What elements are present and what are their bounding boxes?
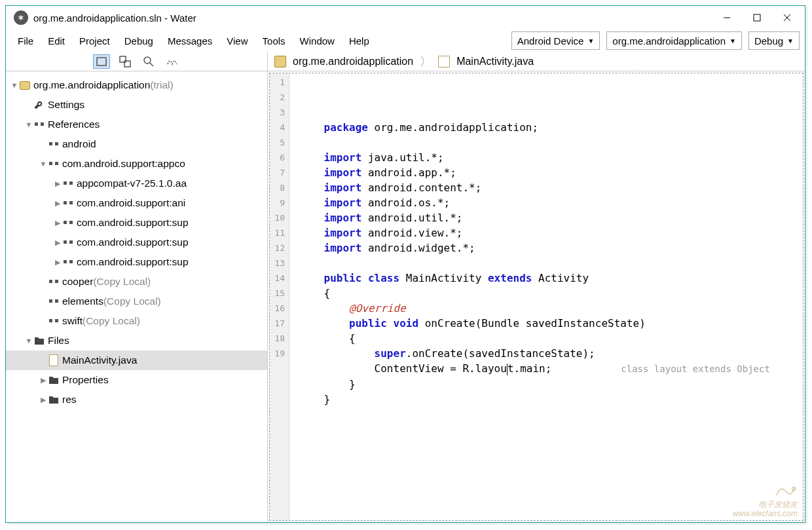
menu-project[interactable]: Project bbox=[73, 33, 117, 49]
layout-button-1[interactable] bbox=[93, 54, 110, 69]
config-selector[interactable]: Debug▼ bbox=[748, 31, 800, 50]
tree-file-item-icon bbox=[48, 354, 60, 366]
tree-label: swift bbox=[62, 311, 83, 331]
tree-label: com.android.support:appco bbox=[62, 154, 185, 174]
chevron-right-icon: 〉 bbox=[420, 54, 432, 69]
twisty-icon: ▼ bbox=[10, 75, 19, 95]
device-label: Android Device bbox=[517, 35, 584, 47]
tree-ref-item[interactable]: swift (Copy Local) bbox=[6, 311, 267, 331]
svg-rect-13 bbox=[49, 162, 52, 165]
tree-label: appcompat-v7-25.1.0.aa bbox=[77, 174, 187, 193]
code-line bbox=[299, 136, 324, 149]
twisty-icon: ▶ bbox=[53, 252, 62, 272]
svg-rect-16 bbox=[69, 181, 73, 185]
tree-label: com.android.support:sup bbox=[77, 213, 189, 233]
tree-references-icon bbox=[33, 119, 45, 130]
app-label: org.me.androidapplication bbox=[612, 35, 726, 47]
layout-button-2[interactable] bbox=[117, 54, 134, 69]
svg-rect-20 bbox=[69, 221, 73, 224]
tree-ref-child-icon bbox=[62, 197, 74, 209]
app-selector[interactable]: org.me.androidapplication▼ bbox=[606, 31, 742, 50]
menu-file[interactable]: File bbox=[11, 33, 40, 49]
tree-ref-item-icon bbox=[48, 138, 60, 150]
tree-ref-child[interactable]: ▶com.android.support:sup bbox=[6, 252, 267, 272]
code-line: @Override bbox=[299, 302, 406, 314]
breadcrumb-label: org.me.androidapplication bbox=[293, 56, 413, 67]
menu-window[interactable]: Window bbox=[293, 33, 341, 49]
breadcrumb-label: MainActivity.java bbox=[456, 56, 534, 67]
tree-ref-child[interactable]: ▶com.android.support:sup bbox=[6, 213, 267, 233]
svg-rect-17 bbox=[64, 201, 67, 204]
svg-rect-28 bbox=[55, 299, 58, 303]
svg-point-31 bbox=[792, 487, 796, 491]
code-line: import android.widget.*; bbox=[299, 242, 475, 254]
svg-rect-25 bbox=[49, 280, 52, 283]
tree-label: MainActivity.java bbox=[62, 350, 137, 370]
code-line: import android.content.*; bbox=[299, 181, 481, 194]
tree-ref-item[interactable]: elements (Copy Local) bbox=[6, 292, 267, 311]
tree-file-item[interactable]: ▶res bbox=[6, 390, 267, 409]
svg-rect-18 bbox=[69, 201, 73, 204]
menu-tools[interactable]: Tools bbox=[256, 33, 292, 49]
tree-file-item[interactable]: ▶Properties bbox=[6, 370, 267, 390]
menu-help[interactable]: Help bbox=[342, 33, 376, 49]
tree-ref-child[interactable]: ▶com.android.support:ani bbox=[6, 193, 267, 213]
tree-settings[interactable]: Settings bbox=[6, 95, 267, 115]
tree-label: res bbox=[62, 390, 77, 409]
svg-rect-19 bbox=[64, 221, 67, 224]
tree-root[interactable]: ▼org.me.androidapplication (trial) bbox=[6, 75, 267, 95]
tree-file-item-icon bbox=[48, 394, 60, 406]
code-line: package org.me.androidapplication; bbox=[299, 121, 538, 134]
breadcrumb-project[interactable]: org.me.androidapplication bbox=[274, 56, 413, 67]
svg-rect-27 bbox=[49, 299, 52, 303]
tree-ref-item[interactable]: android bbox=[6, 134, 267, 154]
twisty-icon: ▶ bbox=[53, 174, 62, 193]
minimize-button[interactable] bbox=[712, 7, 742, 28]
method-highlight bbox=[289, 254, 803, 345]
tree-ref-item-icon bbox=[48, 295, 60, 307]
tree-ref-item[interactable]: ▼com.android.support:appco bbox=[6, 154, 267, 174]
tree-ref-item-icon bbox=[48, 276, 60, 288]
tree-ref-child[interactable]: ▶com.android.support:sup bbox=[6, 233, 267, 252]
tree-label: Files bbox=[48, 331, 69, 350]
tree-ref-child-icon bbox=[62, 256, 74, 268]
svg-rect-24 bbox=[69, 260, 73, 263]
breadcrumb-file[interactable]: MainActivity.java bbox=[438, 56, 534, 67]
chevron-down-icon: ▼ bbox=[587, 37, 594, 45]
tree-root-icon bbox=[19, 79, 31, 91]
tree-ref-item[interactable]: cooper (Copy Local) bbox=[6, 272, 267, 292]
toggle-button[interactable] bbox=[164, 54, 181, 69]
svg-line-8 bbox=[150, 63, 153, 66]
twisty-icon: ▶ bbox=[53, 193, 62, 213]
menu-edit[interactable]: Edit bbox=[41, 33, 71, 49]
tree-ref-item-icon bbox=[48, 315, 60, 327]
chevron-down-icon: ▼ bbox=[787, 37, 794, 45]
menu-messages[interactable]: Messages bbox=[161, 33, 219, 49]
twisty-icon: ▼ bbox=[24, 331, 33, 350]
svg-rect-12 bbox=[55, 142, 58, 145]
search-button[interactable] bbox=[140, 54, 157, 69]
tree-ref-child[interactable]: ▶appcompat-v7-25.1.0.aa bbox=[6, 174, 267, 193]
svg-rect-11 bbox=[49, 142, 52, 145]
close-button[interactable] bbox=[772, 7, 802, 28]
svg-rect-29 bbox=[49, 319, 52, 322]
code-editor[interactable]: 12345678910111213141516171819 package or… bbox=[269, 73, 803, 521]
tree-files[interactable]: ▼Files bbox=[6, 331, 267, 350]
tree-references[interactable]: ▼References bbox=[6, 115, 267, 134]
code-line: import android.os.*; bbox=[299, 197, 450, 209]
svg-rect-14 bbox=[55, 162, 58, 165]
app-icon: ✶ bbox=[14, 10, 28, 25]
twisty-icon: ▶ bbox=[39, 390, 48, 409]
maximize-button[interactable] bbox=[742, 7, 772, 28]
tree-label: org.me.androidapplication bbox=[33, 75, 150, 95]
svg-rect-9 bbox=[35, 123, 38, 126]
code-line: { bbox=[299, 287, 330, 299]
menu-debug[interactable]: Debug bbox=[118, 33, 160, 49]
tree-ref-child-icon bbox=[62, 237, 74, 248]
code-line: public void onCreate(Bundle savedInstanc… bbox=[299, 317, 646, 330]
tree-label: com.android.support:sup bbox=[77, 252, 189, 272]
menu-view[interactable]: View bbox=[220, 33, 254, 49]
device-selector[interactable]: Android Device▼ bbox=[511, 31, 600, 50]
tree-file-item[interactable]: MainActivity.java bbox=[6, 350, 267, 370]
code-line: ContentView = R.layout.main; class layou… bbox=[299, 362, 770, 375]
